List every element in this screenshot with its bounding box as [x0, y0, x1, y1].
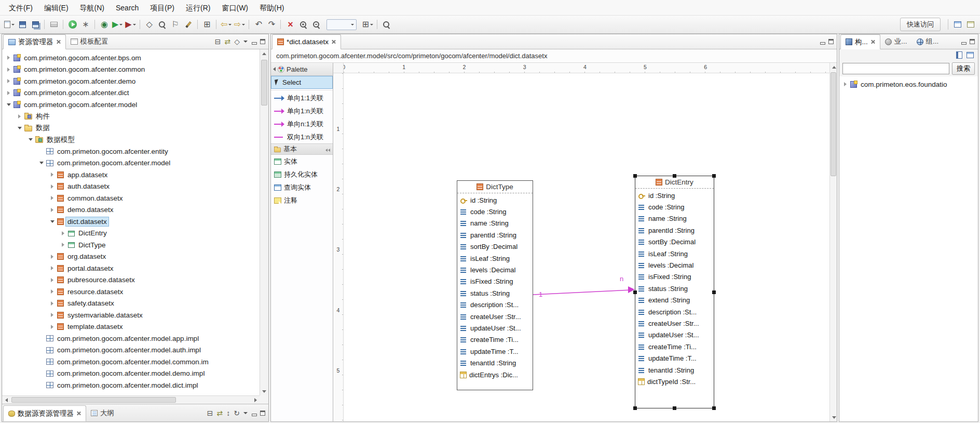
find-icon[interactable]	[380, 18, 393, 31]
back-icon[interactable]: ⇦	[220, 18, 233, 31]
debug-icon[interactable]: ◉	[98, 18, 111, 31]
entity-field[interactable]: parentId :String	[635, 224, 714, 236]
run-external-icon[interactable]: ▶	[124, 18, 137, 31]
twistie-icon[interactable]	[842, 82, 848, 86]
twistie-icon[interactable]	[49, 289, 55, 294]
entity-field[interactable]: extend :String	[635, 295, 714, 306]
maximize-icon[interactable]	[970, 39, 975, 44]
resource-perspective-icon[interactable]	[964, 18, 977, 31]
association-connection[interactable]	[344, 73, 829, 421]
view-tab[interactable]: 组...	[912, 34, 944, 49]
tree-item[interactable]: com.primeton.gocom.afcenter.model	[3, 99, 260, 111]
twistie-icon[interactable]	[49, 208, 55, 212]
twistie-icon[interactable]	[17, 114, 22, 118]
collapse-all-icon[interactable]: ⊟	[215, 38, 221, 45]
view-tab[interactable]: 模板配置	[66, 34, 113, 49]
save-all-icon[interactable]	[29, 18, 42, 31]
zoom-in-icon[interactable]	[297, 18, 309, 31]
twistie-icon[interactable]	[49, 313, 55, 317]
collapse-palette-icon[interactable]	[273, 67, 276, 71]
connection-source-multiplicity[interactable]: 1	[539, 290, 542, 298]
menu-item[interactable]: 文件(F)	[3, 1, 38, 15]
palette-tool[interactable]: 单向1:1关联	[271, 91, 333, 104]
link-with-editor-icon[interactable]: ⇄	[217, 409, 223, 417]
new-wizard-icon[interactable]	[3, 18, 16, 31]
filter-icon[interactable]: ◇	[234, 38, 240, 45]
scroll-up-icon[interactable]	[260, 49, 268, 58]
horizontal-scrollbar[interactable]	[2, 395, 260, 404]
menu-item[interactable]: Search	[110, 1, 144, 15]
view-menu-icon[interactable]	[243, 412, 248, 414]
tree-item[interactable]: template.datasetx	[3, 321, 260, 333]
entity-field[interactable]: levels :Decimal	[635, 259, 714, 271]
view-tab[interactable]: 构...	[840, 34, 880, 49]
sort-icon[interactable]: ↕	[226, 409, 230, 417]
layout-icon[interactable]: ⊞	[361, 18, 374, 31]
tree-item[interactable]: app.datasetx	[3, 169, 260, 181]
tree-item[interactable]: pubresource.datasetx	[3, 274, 260, 286]
maximize-icon[interactable]	[828, 39, 834, 44]
menu-item[interactable]: 帮助(H)	[254, 1, 290, 15]
scrollbar-thumb[interactable]	[261, 60, 267, 105]
palette-tool[interactable]: 实体	[271, 155, 333, 168]
tree-item[interactable]: org.datasetx	[3, 251, 260, 263]
search-button[interactable]: 搜索	[952, 62, 975, 75]
maximize-icon[interactable]	[260, 411, 265, 416]
dicttype-entity[interactable]: DictType id :String	[457, 180, 533, 390]
twistie-icon[interactable]	[38, 162, 44, 164]
entity-field[interactable]: description :St...	[457, 299, 533, 311]
print-icon[interactable]	[48, 18, 60, 31]
tree-item[interactable]: com.primeton.gocom.afcenter.model.demo.i…	[3, 368, 260, 380]
entity-field[interactable]: description :St...	[635, 306, 714, 318]
entity-field[interactable]: status :String	[457, 287, 533, 299]
tree-item[interactable]: com.primeton.gocom.afcenter.model.auth.i…	[3, 345, 260, 356]
close-icon[interactable]	[870, 39, 875, 44]
tree-item[interactable]: com.primeton.eos.foundatio	[839, 78, 978, 90]
close-icon[interactable]	[331, 39, 336, 44]
twistie-icon[interactable]	[49, 255, 55, 259]
menu-item[interactable]: 窗口(W)	[216, 1, 254, 15]
tree-item[interactable]: com.primeton.gocom.afcenter.common	[3, 64, 260, 76]
menu-item[interactable]: 导航(N)	[74, 1, 110, 15]
tree-item[interactable]: 构件	[3, 111, 260, 123]
tree-item[interactable]: com.primeton.gocom.afcenter.model.app.im…	[3, 333, 260, 345]
entity-field[interactable]: dictEntrys :Dic...	[457, 369, 533, 380]
twistie-icon[interactable]	[60, 231, 66, 235]
dictentry-entity[interactable]: DictEntry id :String	[635, 176, 714, 408]
palette-header[interactable]: Palette	[271, 63, 333, 76]
quick-access-button[interactable]: 快速访问	[900, 18, 941, 31]
open-perspective-icon[interactable]	[951, 18, 964, 31]
entity-header[interactable]: DictType	[457, 181, 533, 193]
maximize-icon[interactable]	[260, 39, 265, 44]
palette-tool[interactable]: 双向1:n关联	[271, 130, 333, 143]
scroll-down-icon[interactable]	[260, 387, 268, 395]
settings-icon[interactable]: ∗	[79, 18, 92, 31]
minimize-icon[interactable]	[961, 39, 966, 44]
palette-tool[interactable]: 查询实体	[271, 181, 333, 194]
minimize-icon[interactable]	[251, 39, 256, 44]
minimize-icon[interactable]	[820, 39, 825, 44]
vertical-scrollbar[interactable]	[260, 49, 268, 395]
delete-icon[interactable]: ×	[284, 18, 296, 31]
forward-icon[interactable]: ⇨	[233, 18, 246, 31]
twistie-icon[interactable]	[49, 325, 55, 329]
entity-field[interactable]: code :String	[635, 201, 714, 213]
open-type-icon[interactable]: ◇	[143, 18, 156, 31]
collapse-all-icon[interactable]: ⊟	[207, 409, 213, 417]
twistie-icon[interactable]	[60, 243, 66, 247]
entity-field[interactable]: code :String	[457, 206, 533, 217]
entity-field[interactable]: updateTime :T...	[635, 352, 714, 364]
tree-item[interactable]: com.primeton.gocom.afcenter.entity	[3, 146, 260, 157]
view-menu-icon[interactable]	[243, 41, 248, 43]
entity-header[interactable]: DictEntry	[635, 176, 714, 189]
entity-field[interactable]: createUser :Str...	[457, 311, 533, 322]
entity-field[interactable]: dictTypeId :Str...	[635, 376, 714, 387]
editor-vertical-scrollbar[interactable]	[829, 63, 837, 421]
pin-drawer-icon[interactable]	[325, 146, 330, 153]
entity-field[interactable]: createUser :Str...	[635, 318, 714, 329]
tree-item[interactable]: systemvariable.datasetx	[3, 309, 260, 321]
entity-field[interactable]: sortBy :Decimal	[457, 241, 533, 253]
entity-field[interactable]: updateUser :St...	[457, 322, 533, 334]
scrollbar-thumb[interactable]	[11, 397, 176, 403]
entity-field[interactable]: updateTime :T...	[457, 346, 533, 357]
